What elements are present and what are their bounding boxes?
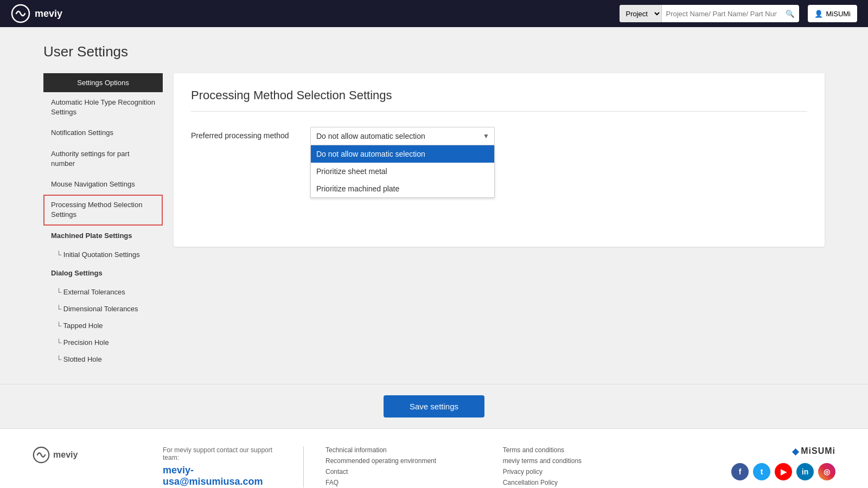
save-settings-button[interactable]: Save settings — [384, 395, 484, 418]
footer-misumi-logo: ◆ MiSUMi — [792, 446, 835, 457]
footer-link-privacy[interactable]: Privacy policy — [503, 468, 659, 476]
page-title: User Settings — [43, 43, 825, 60]
user-icon: 👤 — [814, 10, 823, 18]
footer: meviy For meviy support contact our supp… — [0, 428, 868, 488]
social-icons: f t ▶ in ◎ — [731, 463, 835, 480]
footer-email-link[interactable]: meviy-usa@misumiusa.com — [163, 465, 263, 487]
sidebar-item-dimensional-tolerances[interactable]: Dimensional Tolerances — [43, 300, 163, 317]
sidebar-item-mouse-nav[interactable]: Mouse Navigation Settings — [43, 174, 163, 195]
footer-right: ◆ MiSUMi f t ▶ in ◎ — [680, 446, 835, 480]
main-panel: Processing Method Selection Settings Pre… — [174, 73, 825, 247]
sidebar-item-tapped-hole[interactable]: Tapped Hole — [43, 317, 163, 334]
youtube-icon[interactable]: ▶ — [775, 463, 792, 480]
form-label: Preferred processing method — [191, 127, 299, 140]
misumi-label: MiSUMi — [801, 446, 835, 456]
sidebar-item-initial-quotation[interactable]: Initial Quotation Settings — [43, 246, 163, 263]
sidebar: Settings Options Automatic Hole Type Rec… — [43, 73, 163, 368]
instagram-icon[interactable]: ◎ — [818, 463, 835, 480]
linkedin-icon[interactable]: in — [796, 463, 814, 480]
footer-logo-section: meviy — [33, 446, 141, 464]
footer-link-meviy-terms[interactable]: meviy terms and conditions — [503, 457, 659, 465]
search-input[interactable] — [662, 5, 781, 22]
footer-logo-text: meviy — [53, 450, 78, 460]
sidebar-item-processing[interactable]: Processing Method Selection Settings — [43, 195, 163, 225]
save-area: Save settings — [0, 384, 868, 428]
footer-logo: meviy — [33, 446, 78, 464]
footer-logo-icon — [33, 446, 50, 464]
footer-link-operating-env[interactable]: Recommended operating environment — [326, 457, 481, 465]
search-category-dropdown[interactable]: Project — [620, 5, 662, 22]
dropdown-option-machined-plate[interactable]: Prioritize machined plate — [311, 180, 494, 197]
sidebar-item-machined-plate[interactable]: Machined Plate Settings — [43, 226, 163, 246]
sidebar-item-dialog-settings[interactable]: Dialog Settings — [43, 263, 163, 284]
panel-title: Processing Method Selection Settings — [191, 88, 807, 102]
footer-link-faq[interactable]: FAQ — [326, 479, 481, 486]
form-row: Preferred processing method Do not allow… — [191, 127, 807, 145]
meviy-logo-icon — [11, 4, 30, 23]
footer-link-contact[interactable]: Contact — [326, 468, 481, 476]
logo-text: meviy — [35, 8, 62, 20]
dropdown-option-no-auto[interactable]: Do not allow automatic selection — [311, 145, 494, 163]
content-layout: Settings Options Automatic Hole Type Rec… — [43, 73, 825, 368]
footer-link-terms[interactable]: Terms and conditions — [503, 446, 659, 454]
search-button[interactable]: 🔍 — [781, 10, 799, 18]
sidebar-item-external-tolerances[interactable]: External Tolerances — [43, 284, 163, 300]
header: meviy Project 🔍 👤 MiSUMi — [0, 0, 868, 27]
footer-links-col2: Terms and conditions meviy terms and con… — [503, 446, 659, 486]
main-content: User Settings Settings Options Automatic… — [0, 27, 868, 384]
logo: meviy — [11, 4, 62, 23]
footer-link-technical[interactable]: Technical information — [326, 446, 481, 454]
footer-links-col1: Technical information Recommended operat… — [326, 446, 481, 488]
sidebar-item-slotted-hole[interactable]: Slotted Hole — [43, 351, 163, 368]
panel-divider — [191, 111, 807, 112]
dropdown-option-sheet-metal[interactable]: Prioritize sheet metal — [311, 163, 494, 180]
sidebar-header: Settings Options — [43, 73, 163, 92]
sidebar-item-authority[interactable]: Authority settings for part number — [43, 144, 163, 174]
dropdown-options: Do not allow automatic selection Priorit… — [310, 145, 495, 198]
search-bar: Project 🔍 — [620, 5, 799, 22]
misumi-header-label: MiSUMi — [826, 10, 851, 18]
footer-link-cancellation[interactable]: Cancellation Policy — [503, 479, 659, 486]
dropdown-display[interactable]: Do not allow automatic selection — [310, 127, 495, 145]
sidebar-item-notification[interactable]: Notification Settings — [43, 123, 163, 143]
facebook-icon[interactable]: f — [731, 463, 749, 480]
twitter-icon[interactable]: t — [753, 463, 770, 480]
misumi-diamond-icon: ◆ — [792, 446, 799, 457]
sidebar-item-precision-hole[interactable]: Precision Hole — [43, 334, 163, 351]
dropdown-wrapper: Do not allow automatic selection ▼ Do no… — [310, 127, 495, 145]
footer-support-text: For meviy support contact our support te… — [163, 446, 282, 461]
user-menu-button[interactable]: 👤 MiSUMi — [808, 5, 858, 22]
sidebar-item-auto-hole[interactable]: Automatic Hole Type Recognition Settings — [43, 92, 163, 123]
footer-support: For meviy support contact our support te… — [163, 446, 304, 487]
